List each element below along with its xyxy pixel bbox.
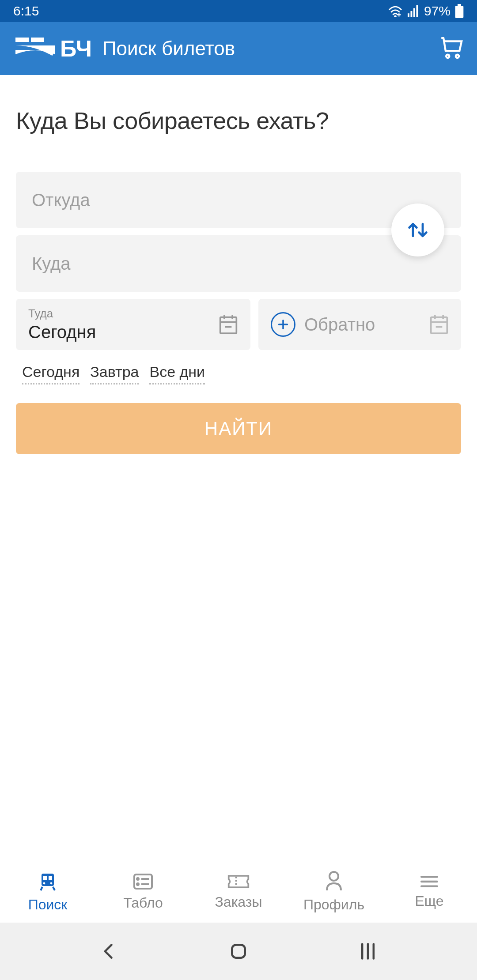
svg-rect-1 bbox=[408, 13, 409, 17]
svg-rect-26 bbox=[134, 874, 152, 889]
nav-more[interactable]: Еще bbox=[382, 861, 477, 923]
svg-point-27 bbox=[137, 878, 139, 880]
cart-button[interactable] bbox=[438, 35, 464, 62]
svg-rect-36 bbox=[232, 945, 245, 957]
board-icon bbox=[132, 873, 154, 890]
quick-date-today[interactable]: Сегодня bbox=[22, 363, 80, 384]
nav-orders[interactable]: Заказы bbox=[191, 861, 286, 923]
nav-label-profile: Профиль bbox=[303, 897, 364, 913]
back-button[interactable] bbox=[99, 942, 119, 961]
to-placeholder: Куда bbox=[32, 254, 71, 274]
quick-date-tomorrow[interactable]: Завтра bbox=[90, 363, 139, 384]
railway-logo-icon bbox=[13, 33, 57, 64]
nav-profile[interactable]: Профиль bbox=[286, 861, 382, 923]
train-icon bbox=[37, 871, 58, 892]
battery-icon bbox=[455, 4, 464, 18]
return-placeholder: Обратно bbox=[304, 315, 375, 335]
svg-rect-6 bbox=[455, 6, 464, 18]
nav-label-search: Поиск bbox=[28, 897, 68, 913]
swap-button[interactable] bbox=[391, 204, 444, 256]
logo-text: БЧ bbox=[60, 35, 92, 62]
nav-label-board: Табло bbox=[123, 895, 163, 911]
recents-button[interactable] bbox=[358, 942, 378, 961]
nav-search[interactable]: Поиск bbox=[0, 861, 95, 923]
location-inputs-group: Откуда Куда bbox=[16, 172, 461, 292]
svg-point-0 bbox=[395, 16, 396, 17]
depart-label: Туда bbox=[28, 307, 53, 320]
status-time: 6:15 bbox=[13, 4, 39, 19]
calendar-icon bbox=[429, 314, 449, 335]
svg-rect-22 bbox=[43, 876, 47, 880]
add-return-icon bbox=[271, 312, 295, 337]
quick-dates: Сегодня Завтра Все дни bbox=[16, 363, 461, 384]
svg-point-32 bbox=[329, 872, 338, 881]
status-indicators: 97% bbox=[388, 4, 464, 19]
svg-rect-5 bbox=[458, 4, 461, 6]
signal-icon bbox=[407, 5, 420, 17]
app-logo: БЧ bbox=[13, 33, 92, 64]
date-row: Туда Сегодня Обратно bbox=[16, 299, 461, 350]
svg-point-7 bbox=[446, 55, 449, 58]
return-date-picker[interactable]: Обратно bbox=[258, 299, 461, 350]
to-input[interactable]: Куда bbox=[16, 235, 461, 292]
from-placeholder: Откуда bbox=[32, 190, 90, 210]
svg-point-8 bbox=[456, 55, 459, 58]
cart-icon bbox=[438, 35, 464, 60]
bottom-nav: Поиск Табло Заказы Профиль Еще bbox=[0, 861, 477, 923]
app-header: БЧ Поиск билетов bbox=[0, 22, 477, 75]
svg-point-24 bbox=[43, 882, 45, 885]
quick-date-all[interactable]: Все дни bbox=[149, 363, 205, 384]
svg-rect-16 bbox=[431, 317, 447, 334]
home-button[interactable] bbox=[229, 942, 248, 961]
main-content: Куда Вы собираетесь ехать? Откуда Куда Т… bbox=[0, 75, 477, 861]
svg-point-25 bbox=[50, 882, 53, 885]
search-button[interactable]: НАЙТИ bbox=[16, 403, 461, 454]
nav-board[interactable]: Табло bbox=[95, 861, 191, 923]
svg-rect-23 bbox=[49, 876, 52, 880]
header-title: Поиск билетов bbox=[102, 38, 235, 60]
calendar-icon bbox=[219, 314, 238, 335]
nav-label-more: Еще bbox=[415, 893, 443, 909]
depart-date-picker[interactable]: Туда Сегодня bbox=[16, 299, 250, 350]
menu-icon bbox=[420, 874, 439, 889]
battery-percent: 97% bbox=[424, 4, 450, 19]
search-button-label: НАЙТИ bbox=[204, 418, 273, 439]
wifi-icon bbox=[388, 5, 403, 17]
status-bar: 6:15 97% bbox=[0, 0, 477, 22]
page-heading: Куда Вы собираетесь ехать? bbox=[16, 107, 461, 134]
svg-rect-3 bbox=[413, 8, 415, 17]
profile-icon bbox=[325, 871, 343, 892]
system-nav bbox=[0, 923, 477, 980]
svg-point-28 bbox=[137, 883, 139, 885]
svg-rect-9 bbox=[220, 317, 237, 334]
nav-label-orders: Заказы bbox=[215, 894, 262, 910]
ticket-icon bbox=[227, 874, 250, 890]
svg-rect-4 bbox=[416, 5, 418, 17]
swap-icon bbox=[405, 220, 430, 240]
svg-rect-2 bbox=[410, 11, 412, 17]
depart-value: Сегодня bbox=[28, 322, 96, 342]
